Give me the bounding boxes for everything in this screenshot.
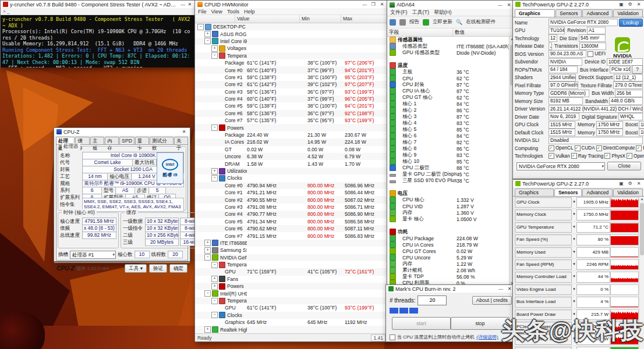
screenshot-camera-icon[interactable]: ▣ (618, 180, 625, 187)
dropdown-arrow-icon[interactable]: ▾ (572, 297, 576, 307)
menu-item-help[interactable]: Help (244, 9, 255, 15)
gpu-sensor-row[interactable]: Memory Used▾429 MB (513, 247, 644, 259)
dropdown-arrow-icon[interactable]: ▾ (572, 197, 576, 208)
menu-item-tools[interactable]: Tools (227, 9, 239, 15)
collapse-icon[interactable]: − (204, 254, 211, 261)
tree-row[interactable]: Core #658°C (136°F)36°C (97°F)92°C (198°… (195, 110, 388, 117)
gpu-sensor-row[interactable]: Memory Clock▾1750.0 MHz (513, 209, 644, 221)
tree-row[interactable]: Core #04790.94 MHz800.00 MHz5086.96 MHz (195, 182, 388, 189)
dropdown-arrow-icon[interactable]: ▾ (572, 234, 576, 245)
tree-row[interactable]: Core #34791.08 MHz800.00 MHz5086.71 MHz (195, 204, 388, 211)
section-header[interactable]: 电压 (387, 190, 515, 197)
minimize-icon[interactable]: — (497, 2, 504, 8)
tree-row[interactable]: Core #757°C (135°F)35°C (95°F)93°C (199°… (195, 117, 388, 124)
tree-row[interactable]: +ASUS ROG MAXIMUS XII APEX (Z490) (195, 30, 388, 37)
tab--[interactable]: 显卡 (135, 137, 149, 144)
column-min[interactable]: Min (300, 15, 341, 23)
tree-row[interactable]: DRAM1.58 W1.43 W1.70 W (195, 160, 388, 167)
gpu-sensor-row[interactable]: Fan Speed (%)▾80 % (513, 234, 644, 246)
tab--[interactable]: 内存 (105, 137, 119, 144)
toolbar-update-label[interactable]: 立即更新 (433, 19, 452, 26)
tools-button[interactable]: 工具 ▾ (125, 264, 147, 273)
collapse-icon[interactable]: − (211, 262, 218, 268)
sensor-row[interactable]: CPU 封装87 °C (387, 81, 515, 88)
tab--[interactable]: 测试分数 (150, 137, 174, 144)
tree-row[interactable]: Core #64790.62 MHz800.00 MHz5087.11 MHz (195, 225, 388, 232)
tab--[interactable]: 关于 (174, 137, 188, 144)
tree-row[interactable]: +ITE IT8688E (ASUS EC) (195, 240, 388, 247)
sensor-row[interactable]: GPU 传感器类型Diode (NV-Diode) (387, 49, 515, 56)
tree-row[interactable]: Core #261°C (142°F)39°C (102°F)97°C (207… (195, 81, 388, 88)
sensor-row[interactable]: CPU Uncore5.29 W (387, 254, 515, 261)
tab-graphics-card[interactable]: Graphics Card (515, 9, 555, 17)
sensor-row[interactable]: 核心 782 °C (387, 139, 515, 145)
dropdown-arrow-icon[interactable]: ▾ (572, 347, 576, 349)
sensor-row[interactable]: 核心 286 °C (387, 107, 515, 113)
console-output[interactable]: y-cruncher v0.7.8 Build 9480 - Component… (1, 15, 194, 67)
collapse-icon[interactable]: − (204, 38, 211, 44)
tab-sensors[interactable]: Sensors (555, 9, 582, 17)
sensor-row[interactable]: 传感器类型ITE IT8688E (ISA A40h) (387, 43, 515, 49)
tree-row[interactable]: −Temperatures (195, 261, 388, 268)
collapse-icon[interactable]: − (211, 175, 218, 181)
sensor-row[interactable]: 内存1.22 W (387, 261, 515, 267)
sensor-row[interactable]: 主板36 °C (387, 69, 515, 75)
tree-row[interactable]: Core #74791.15 MHz800.00 MHz5086.83 MHz (195, 232, 388, 239)
sensor-row[interactable]: 核心 387 °C (387, 113, 515, 120)
minimize-icon[interactable]: — (497, 286, 504, 292)
menu-item-file[interactable]: File (198, 9, 207, 15)
tree-row[interactable]: +Powers (195, 283, 388, 290)
dropdown-arrow-icon[interactable]: ▾ (572, 284, 576, 295)
close-icon[interactable]: ✕ (187, 1, 192, 8)
update-arrow-icon[interactable] (423, 19, 429, 26)
tree-row[interactable]: GT0.02 W0.00 W0.08 W (195, 146, 388, 153)
sensor-row[interactable]: 核心 585 °C (387, 126, 515, 133)
threads-input[interactable] (417, 295, 447, 305)
tree-row[interactable]: GPU71°C (159°F)41°C (105°F)72°C (161°F) (195, 268, 388, 275)
sensor-row[interactable]: 累计能耗2.08 Wh (387, 267, 515, 273)
thermal-stop-checkbox[interactable] (390, 334, 395, 340)
close-icon[interactable]: ✕ (635, 180, 642, 187)
hwmonitor-window[interactable]: CPUID HWMonitor — ❐ ✕ FileViewToolsHelp … (194, 0, 388, 342)
tree-row[interactable]: Core #358°C (136°F)36°C (97°F)93°C (199°… (195, 88, 388, 95)
aida64-window[interactable]: AIDA64 — ✕ 文件(F)工具(T)帮助(H) 报告立即更新🔍在线检测硬件… (387, 0, 515, 286)
tree-row[interactable]: −Intel(R) UHD Graphics 630 (195, 290, 388, 297)
settings-gear-icon[interactable]: ⚙ (627, 180, 634, 187)
uefi-checkbox[interactable]: UEFI (588, 51, 606, 57)
stop-button[interactable]: stop (451, 317, 509, 330)
tree-row[interactable]: Core #559°C (138°F)38°C (100°F)94°C (201… (195, 102, 388, 109)
dropdown-arrow-icon[interactable]: ▾ (572, 259, 576, 270)
menu-item-f[interactable]: 文件(F) (390, 9, 408, 16)
expand-icon[interactable]: + (204, 326, 211, 333)
screenshot-camera-icon[interactable]: ▣ (618, 1, 625, 8)
collapse-icon[interactable]: − (197, 24, 204, 30)
section-header[interactable]: 功耗 (387, 229, 515, 235)
expand-icon[interactable]: + (204, 247, 211, 254)
collapse-icon[interactable]: − (204, 290, 211, 297)
tree-row[interactable]: +Realtek High Definition Audio (195, 326, 388, 333)
column-max[interactable]: Max (341, 15, 388, 23)
tree-row[interactable]: −Clocks (195, 174, 388, 181)
sensor-row[interactable]: CPU 二极管88 °C (387, 165, 515, 171)
expand-icon[interactable]: + (204, 240, 211, 246)
lookup-button[interactable]: Lookup (619, 19, 643, 27)
cpuz-window[interactable]: CPU-Z ✕ 处理器缓存主板内存SPD显卡测试分数关于 处理器 名称Intel… (54, 127, 190, 262)
gpu-sensor-row[interactable]: GPU Clock▾1905.0 MHz (513, 197, 644, 209)
close-button[interactable]: Close (607, 162, 641, 170)
cpuz-titlebar[interactable]: CPU-Z ✕ (54, 128, 190, 136)
sensor-row[interactable]: 核心 983 °C (387, 152, 515, 158)
close-icon[interactable]: ✕ (378, 1, 385, 8)
tree-row[interactable]: Core #54791.34 MHz800.00 MHz5086.58 MHz (195, 218, 388, 225)
sensor-row[interactable]: CPU IA Cores218.79 W (387, 241, 515, 248)
sensor-row[interactable]: 核心 886 °C (387, 145, 515, 152)
more-info-link[interactable]: (详细说明) (476, 334, 498, 340)
socket-select[interactable]: 处理器 #1 (70, 251, 116, 259)
dropdown-arrow-icon[interactable]: ▾ (572, 272, 576, 282)
collapse-icon[interactable]: − (211, 312, 218, 318)
tree-row[interactable]: IA Cores218.02 W14.95 W224.18 W (195, 138, 388, 145)
sensor-row[interactable]: CPU62 °C (387, 75, 515, 81)
toolbar-detect-label[interactable]: 在线检测硬件 (466, 19, 496, 26)
gpu-sensor-row[interactable]: Bus Interface Load▾4 % (513, 296, 644, 308)
tree-row[interactable]: Package224.40 W21.30 W230.67 W (195, 131, 388, 138)
tree-row[interactable]: Core #14791.21 MHz800.00 MHz5086.44 MHz (195, 189, 388, 196)
